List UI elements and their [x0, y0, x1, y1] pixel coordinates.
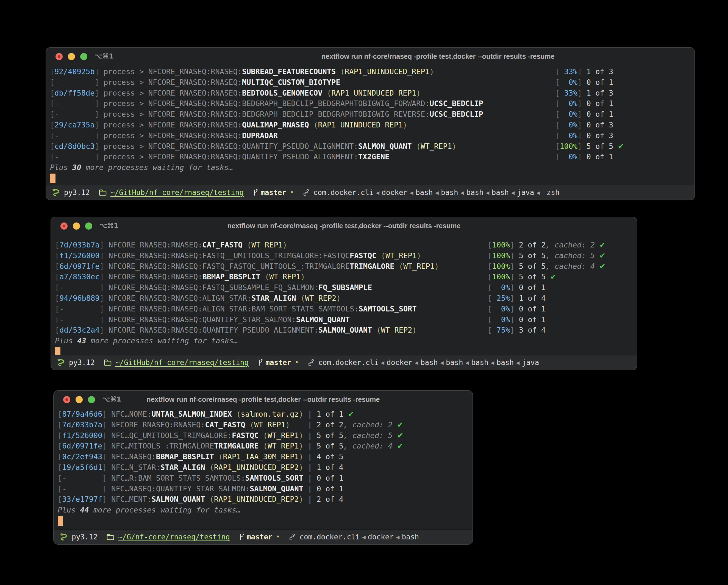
- progress-cell: [ 0%] 0 of 1: [555, 152, 613, 162]
- process-row: [29/ca735a] process > NFCORE_RNASEQ:RNAS…: [46, 120, 695, 130]
- waiting-processes-note: Plus 44 more processes waiting for tasks…: [58, 505, 472, 515]
- process-line: [6d/0971fe] NFCORE_RNASEQ:RNASEQ:FASTQ_F…: [55, 261, 439, 272]
- desktop-background: ⌥⌘1 nextflow run nf-core/rnaseq -profile…: [0, 0, 728, 585]
- process-line: [94/96b889] NFCORE_RNASEQ:RNASEQ:ALIGN_S…: [55, 293, 341, 304]
- terminal-statusbar: py3.12 ~/GitHub/nf-core/rnaseq/testing m…: [51, 355, 637, 370]
- progress-cell: | 0 of 1: [308, 484, 343, 495]
- process-name: docker: [387, 358, 412, 367]
- progress-cell: [100%] 5 of 5, cached: 5 ✔: [488, 250, 605, 261]
- process-line: [f1/526000] NFCORE_RNASEQ:RNASEQ:FASTQ__…: [55, 250, 421, 261]
- progress-cell: [ 0%] 0 of 1: [555, 77, 613, 88]
- title-bar[interactable]: ⌥⌘1 nextflow run nf-core/rnaseq -profile…: [46, 48, 695, 65]
- python-snake-icon: [57, 358, 66, 367]
- process-tree-icon: [303, 189, 310, 196]
- process-row: [94/96b889] NFCORE_RNASEQ:RNASEQ:ALIGN_S…: [51, 293, 637, 304]
- window-title: nextflow run nf-core/rnaseq -profile tes…: [321, 52, 555, 60]
- progress-cell: [ 0%] 0 of 3: [555, 120, 613, 130]
- progress-cell: [100%] 2 of 2, cached: 2 ✔: [488, 240, 605, 250]
- process-row: [f1/526000] NFC…QC_UMITOOLS_TRIMGALORE:F…: [54, 430, 472, 441]
- python-version-label: py3.12: [69, 358, 95, 367]
- process-line: [- ] NFC…R:BAM_SORT_STATS_SAMTOOLS:SAMTO…: [58, 473, 303, 484]
- process-row: [- ] NFC…NASEQ:QUANTIFY_STAR_SALMON:SALM…: [54, 484, 472, 495]
- python-version-label: py3.12: [72, 533, 98, 541]
- close-button[interactable]: [55, 53, 62, 60]
- folder-icon: [104, 359, 112, 366]
- minimize-button[interactable]: [68, 53, 75, 60]
- progress-cell: | 1 of 1 ✔: [308, 409, 354, 420]
- process-row: [7d/033b7a] NFCORE_RNASEQ:RNASEQ:CAT_FAS…: [51, 240, 637, 250]
- process-name: bash: [496, 358, 514, 367]
- process-line: [dd/53c2a4] NFCORE_RNASEQ:RNASEQ:QUANTIF…: [55, 325, 417, 336]
- progress-cell: [ 0%] 0 of 1: [555, 98, 613, 109]
- process-line: [- ] process > NFCORE_RNASEQ:RNASEQ:BEDG…: [50, 98, 483, 109]
- working-directory[interactable]: ~/G/nf-core/rnaseq/testing: [118, 533, 230, 541]
- title-bar[interactable]: ⌥⌘1 nextflow run nf-core/rnaseq -profile…: [54, 391, 472, 408]
- python-snake-icon: [52, 188, 60, 197]
- terminal-output[interactable]: [7d/033b7a] NFCORE_RNASEQ:RNASEQ:CAT_FAS…: [51, 240, 637, 357]
- progress-cell: | 5 of 5, cached: 5 ✔: [308, 430, 403, 441]
- process-line: [0c/2ef943] NFC…NASEQ:BBMAP_BBSPLIT (RAP…: [58, 452, 303, 462]
- process-tree-icon: [289, 533, 296, 541]
- traffic-lights: [55, 53, 87, 60]
- git-branch-icon: [239, 533, 245, 541]
- process-line: [cd/8d0bc3] process > NFCORE_RNASEQ:RNAS…: [50, 141, 456, 152]
- progress-cell: [ 33%] 1 of 3: [555, 88, 613, 99]
- process-name: bash: [471, 358, 489, 367]
- process-name: java: [522, 358, 539, 367]
- zoom-button[interactable]: [80, 53, 87, 60]
- progress-cell: | 2 of 4: [308, 494, 343, 505]
- process-name: docker: [382, 188, 408, 197]
- progress-cell: [ 0%] 0 of 3: [555, 130, 613, 141]
- progress-cell: [ 0%] 0 of 1: [488, 304, 546, 315]
- terminal-output[interactable]: [87/9a46d6] NFC…NOME:UNTAR_SALMON_INDEX …: [54, 409, 472, 526]
- progress-cell: | 1 of 4: [308, 462, 343, 473]
- process-line: [29/ca735a] process > NFCORE_RNASEQ:RNAS…: [50, 120, 408, 130]
- working-directory[interactable]: ~/GitHub/nf-core/rnaseq/testing: [110, 188, 244, 197]
- git-branch-name: master: [265, 358, 291, 367]
- process-row: [6d/0971fe] NFCORE_RNASEQ:RNASEQ:FASTQ_F…: [51, 261, 637, 272]
- window-title: nextflow run nf-core/rnaseq -profile tes…: [54, 396, 472, 403]
- progress-cell: | 4 of 5: [308, 452, 343, 462]
- progress-cell: [100%] 5 of 5, cached: 4 ✔: [488, 261, 605, 272]
- title-bar[interactable]: ⌥⌘1 nextflow run nf-core/rnaseq -profile…: [51, 217, 637, 235]
- git-branch-name: master: [260, 188, 286, 197]
- progress-cell: | 2 of 2, cached: 2 ✔: [308, 420, 403, 430]
- process-line: [- ] NFCORE_RNASEQ:RNASEQ:FASTQ_SUBSAMPL…: [55, 282, 372, 293]
- process-line: [7d/033b7a] NFCORE_RNASEQ:RNASEQ:CAT_FAS…: [58, 420, 290, 430]
- git-branch-name: master: [247, 533, 272, 541]
- terminal-window-1[interactable]: ⌥⌘1 nextflow run nf-core/rnaseq -profile…: [46, 47, 695, 200]
- process-name: com.docker.cli: [318, 358, 379, 367]
- folder-icon: [106, 533, 114, 541]
- process-name: -zsh: [542, 188, 560, 197]
- git-branch-icon: [257, 358, 263, 367]
- process-row: [cd/8d0bc3] process > NFCORE_RNASEQ:RNAS…: [46, 141, 695, 152]
- working-directory[interactable]: ~/GitHub/nf-core/rnaseq/testing: [115, 358, 249, 367]
- process-name: bash: [416, 188, 433, 197]
- process-name: com.docker.cli: [300, 533, 360, 541]
- process-row: [a7/8530ec] NFCORE_RNASEQ:RNASEQ:BBMAP_B…: [51, 272, 637, 282]
- git-branch-icon: [253, 188, 259, 197]
- process-tree-icon: [308, 359, 315, 366]
- terminal-window-2[interactable]: ⌥⌘1 nextflow run nf-core/rnaseq -profile…: [51, 217, 638, 370]
- git-dirty-indicator: •: [276, 533, 280, 541]
- process-name: java: [517, 188, 534, 197]
- process-name: bash: [446, 358, 463, 367]
- progress-cell: [ 0%] 0 of 1: [488, 315, 546, 325]
- process-line: [87/9a46d6] NFC…NOME:UNTAR_SALMON_INDEX …: [58, 409, 303, 420]
- process-row: [- ] NFCORE_RNASEQ:RNASEQ:QUANTIFY_STAR_…: [51, 315, 637, 325]
- process-name: bash: [421, 358, 438, 367]
- process-line: [- ] process > NFCORE_RNASEQ:RNASEQ:DUPR…: [50, 130, 278, 141]
- terminal-output[interactable]: [92/40925b] process > NFCORE_RNASEQ:RNAS…: [46, 67, 695, 184]
- window-title: nextflow run nf-core/rnaseq -profile tes…: [51, 222, 637, 230]
- process-line: [6d/0971fe] NFC…MITOOLS_:TRIMGALORETRIMG…: [58, 441, 303, 452]
- process-name: bash: [492, 188, 509, 197]
- process-name: bash: [441, 188, 458, 197]
- terminal-window-3[interactable]: ⌥⌘1 nextflow run nf-core/rnaseq -profile…: [53, 390, 473, 544]
- process-line: [- ] process > NFCORE_RNASEQ:RNASEQ:MULT…: [50, 77, 340, 88]
- progress-cell: [ 75%] 3 of 4: [488, 325, 546, 336]
- python-version-label: py3.12: [64, 188, 90, 197]
- process-name: com.docker.cli: [313, 188, 373, 197]
- process-line: [7d/033b7a] NFCORE_RNASEQ:RNASEQ:CAT_FAS…: [55, 240, 287, 250]
- process-line: [a7/8530ec] NFCORE_RNASEQ:RNASEQ:BBMAP_B…: [55, 272, 305, 282]
- terminal-statusbar: py3.12 ~/G/nf-core/rnaseq/testing master…: [54, 529, 472, 544]
